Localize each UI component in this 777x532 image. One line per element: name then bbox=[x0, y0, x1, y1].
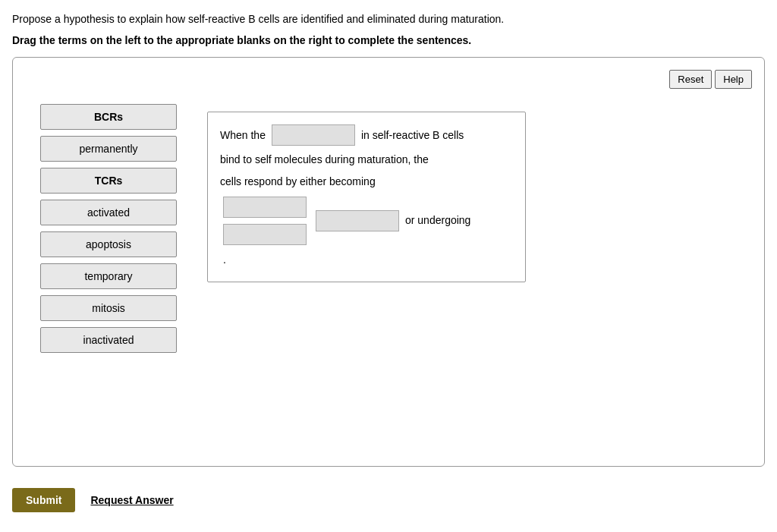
term-permanently[interactable]: permanently bbox=[40, 136, 177, 162]
drop-zones-col bbox=[220, 195, 310, 247]
text-bind: bind to self molecules during maturation… bbox=[220, 150, 429, 169]
top-buttons: Reset Help bbox=[25, 70, 752, 89]
drop-zone-right-col: or undergoing bbox=[313, 209, 470, 233]
sentence-line-4: or undergoing bbox=[220, 195, 513, 247]
sentence-line-1: When the in self-reactive B cells bbox=[220, 123, 513, 147]
sentence-line-2: bind to self molecules during maturation… bbox=[220, 150, 513, 169]
term-inactivated[interactable]: inactivated bbox=[40, 327, 177, 353]
drop-zone-4[interactable] bbox=[316, 210, 399, 231]
request-answer-link[interactable]: Request Answer bbox=[90, 494, 173, 506]
text-in-self-reactive: in self-reactive B cells bbox=[361, 126, 464, 145]
term-temporary[interactable]: temporary bbox=[40, 263, 177, 289]
text-period: . bbox=[223, 253, 226, 266]
term-activated[interactable]: activated bbox=[40, 200, 177, 225]
text-when-the: When the bbox=[220, 126, 266, 145]
bottom-bar: Submit Request Answer bbox=[12, 482, 765, 512]
drag-drop-area: BCRspermanentlyTCRsactivatedapoptosistem… bbox=[25, 104, 752, 353]
sentence-area: When the in self-reactive B cells bind t… bbox=[207, 104, 737, 282]
activity-container: Reset Help BCRspermanentlyTCRsactivateda… bbox=[12, 57, 765, 467]
term-tcrs[interactable]: TCRs bbox=[40, 168, 177, 194]
term-apoptosis[interactable]: apoptosis bbox=[40, 231, 177, 257]
term-bcrs[interactable]: BCRs bbox=[40, 104, 177, 130]
text-cells-respond: cells respond by either becoming bbox=[220, 172, 376, 191]
terms-column: BCRspermanentlyTCRsactivatedapoptosistem… bbox=[40, 104, 177, 353]
drop-zone-3[interactable] bbox=[223, 224, 307, 245]
instruction-text: Drag the terms on the left to the approp… bbox=[12, 33, 765, 49]
sentence-line-3: cells respond by either becoming bbox=[220, 172, 513, 191]
drop-zone-2[interactable] bbox=[223, 197, 307, 218]
sentence-box: When the in self-reactive B cells bind t… bbox=[207, 112, 526, 282]
question-text: Propose a hypothesis to explain how self… bbox=[12, 12, 765, 27]
text-or-undergoing: or undergoing bbox=[405, 209, 470, 232]
reset-button[interactable]: Reset bbox=[669, 70, 712, 89]
help-button[interactable]: Help bbox=[715, 70, 752, 89]
term-mitosis[interactable]: mitosis bbox=[40, 295, 177, 321]
submit-button[interactable]: Submit bbox=[12, 488, 75, 512]
drop-zone-1[interactable] bbox=[272, 124, 355, 146]
